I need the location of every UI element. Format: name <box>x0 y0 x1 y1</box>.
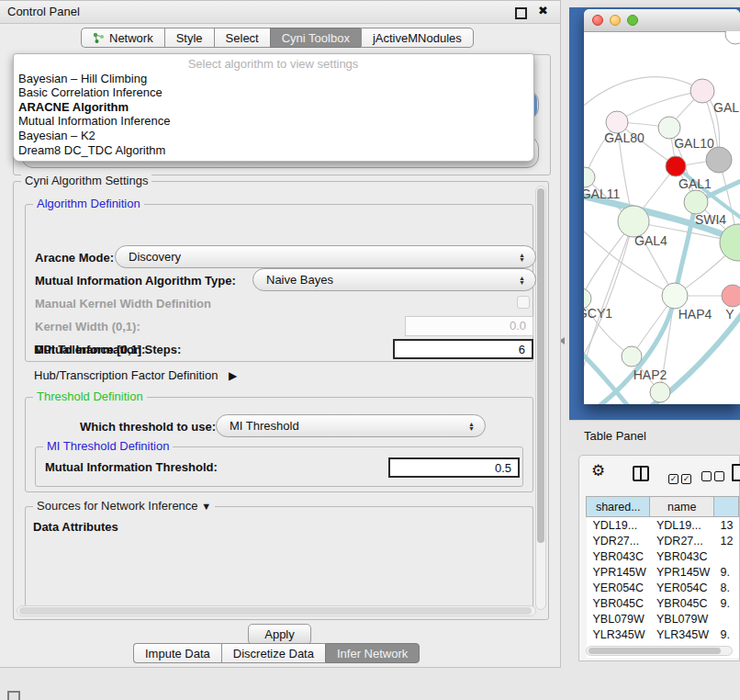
minimized-grip-box[interactable] <box>7 691 20 700</box>
table-cell[interactable]: YLR345W <box>587 627 650 642</box>
table-cell[interactable]: 12 <box>713 533 738 548</box>
network-window-titlebar[interactable] <box>584 9 740 32</box>
aracne-mode-combo[interactable]: Discovery ▲▼ <box>115 245 536 268</box>
network-node[interactable] <box>720 224 740 261</box>
tab-label: jActiveMNodules <box>373 31 462 45</box>
network-node[interactable] <box>584 167 595 187</box>
table-row[interactable]: YBR043CYBR043C <box>587 548 739 564</box>
column-header[interactable]: name <box>650 497 713 517</box>
manual-kernel-checkbox[interactable] <box>517 296 530 309</box>
table-cell[interactable]: YBL079W <box>587 611 650 627</box>
network-node[interactable] <box>662 283 688 309</box>
tab-style[interactable]: Style <box>164 28 214 48</box>
table-cell[interactable]: YDL19... <box>587 517 650 534</box>
minimize-traffic-light-icon[interactable] <box>610 15 621 26</box>
scrollbar-thumb[interactable] <box>537 188 544 543</box>
table-row[interactable]: YBL079WYBL079W <box>587 611 739 627</box>
tab-jactivemnodules[interactable]: jActiveMNodules <box>361 28 474 48</box>
mi-type-combo[interactable]: Naive Bayes ▲▼ <box>252 268 536 291</box>
table-cell[interactable]: YDR27... <box>650 533 713 548</box>
table-cell[interactable]: YDL19... <box>650 517 713 534</box>
sources-title: Sources for Network Inference <box>37 499 198 513</box>
mi-steps-field[interactable]: 6 <box>393 339 533 359</box>
table-cell[interactable]: 9. <box>713 627 738 642</box>
table-cell[interactable]: YDR27... <box>587 533 650 548</box>
expander-collapsed-icon[interactable]: ▶ <box>229 369 237 382</box>
which-threshold-combo[interactable]: MI Threshold ▲▼ <box>216 414 486 437</box>
tab-select[interactable]: Select <box>214 28 270 48</box>
expander-expanded-icon[interactable]: ▼ <box>201 501 211 512</box>
close-icon[interactable]: ✖ <box>538 4 548 17</box>
table-cell[interactable]: YLR345W <box>650 627 713 642</box>
table-cell[interactable]: 13 <box>713 517 738 534</box>
settings-vertical-scrollbar[interactable] <box>535 186 546 610</box>
table-row[interactable]: YLR345WYLR345W9. <box>587 627 739 642</box>
node-label: GAL4 <box>634 233 667 248</box>
split-column-icon[interactable] <box>633 466 649 481</box>
table-row[interactable]: YDL19...YDL19...13 <box>587 517 739 534</box>
network-node[interactable] <box>622 346 642 367</box>
tab-network[interactable]: Network <box>81 28 164 48</box>
network-node[interactable] <box>725 31 740 44</box>
algorithm-option[interactable]: Mutual Information Inference <box>14 114 533 129</box>
table-cell[interactable]: 9. <box>713 564 738 580</box>
network-node[interactable] <box>690 79 714 103</box>
table-cell[interactable]: YPR145W <box>587 564 650 580</box>
mi-type-label: Mutual Information Algorithm Type: <box>35 274 236 288</box>
hub-definition-expander[interactable]: Hub/Transcription Factor Definition ▶ <box>34 368 237 382</box>
table-horizontal-scrollbar[interactable] <box>586 646 733 656</box>
table-row[interactable]: YER054CYER054C8. <box>587 580 739 595</box>
column-header[interactable]: shared... <box>587 497 650 517</box>
page-icon[interactable] <box>732 464 740 481</box>
scrollbar-thumb[interactable] <box>589 648 721 654</box>
table-row[interactable]: YBR045CYBR045C9. <box>587 595 739 611</box>
tab-label: Network <box>109 31 153 45</box>
table-cell[interactable]: YBL079W <box>650 611 713 627</box>
table-cell[interactable] <box>713 548 738 564</box>
zoom-traffic-light-icon[interactable] <box>627 15 638 26</box>
network-node[interactable] <box>618 206 649 237</box>
table-cell[interactable]: 9. <box>713 595 738 611</box>
network-canvas[interactable]: GALGAL80GAL10GAL1GAL11SWI4GAL4GCY1HAP4YH… <box>584 31 740 404</box>
network-node[interactable] <box>684 190 708 214</box>
algorithm-option[interactable]: ARACNE Algorithm <box>14 100 533 115</box>
mi-threshold-field[interactable]: 0.5 <box>388 457 520 478</box>
network-node[interactable] <box>666 156 686 176</box>
checked-pair-icon[interactable]: ✓✓ <box>668 469 691 485</box>
tab-impute-data[interactable]: Impute Data <box>133 643 221 663</box>
table-cell[interactable]: YBR045C <box>587 595 650 611</box>
tab-cyni-toolbox[interactable]: Cyni Toolbox <box>270 28 361 48</box>
tab-discretize-data[interactable]: Discretize Data <box>221 643 325 663</box>
close-traffic-light-icon[interactable] <box>592 15 603 26</box>
scrollbar-thumb[interactable] <box>19 607 532 615</box>
table-cell[interactable]: YER054C <box>587 580 650 595</box>
network-edge[interactable] <box>617 91 702 122</box>
table-cell[interactable]: YER054C <box>650 580 713 595</box>
network-node[interactable] <box>706 147 732 173</box>
control-panel-titlebar[interactable]: Control Panel ✖ <box>0 1 560 24</box>
column-header[interactable] <box>713 497 738 517</box>
table-cell[interactable]: YBR043C <box>587 548 650 564</box>
algorithm-option[interactable]: Basic Correlation Inference <box>14 85 533 100</box>
network-node[interactable] <box>722 285 740 307</box>
network-node[interactable] <box>650 382 670 402</box>
tab-infer-network[interactable]: Infer Network <box>325 643 420 663</box>
table-cell[interactable]: YBR043C <box>650 548 713 564</box>
table-cell[interactable]: YPR145W <box>650 564 713 580</box>
cyni-algorithm-settings-group: Cyni Algorithm Settings Algorithm Defini… <box>13 181 549 620</box>
table-cell[interactable]: 8. <box>713 580 738 595</box>
table-row[interactable]: YDR27...YDR27...12 <box>587 533 739 548</box>
algorithm-option[interactable]: Dream8 DC_TDC Algorithm <box>14 143 533 158</box>
algorithm-option[interactable]: Bayesian – Hill Climbing <box>14 72 533 86</box>
unchecked-pair-icon[interactable] <box>701 469 724 485</box>
float-window-icon[interactable] <box>515 7 527 19</box>
apply-button[interactable]: Apply <box>248 624 311 645</box>
table-cell[interactable] <box>713 611 738 627</box>
table-row[interactable]: YPR145WYPR145W9. <box>587 564 739 580</box>
gear-icon[interactable]: ⚙ <box>591 463 605 479</box>
network-edge[interactable] <box>584 77 702 109</box>
algorithm-option[interactable]: Bayesian – K2 <box>14 129 533 143</box>
settings-horizontal-scrollbar[interactable] <box>17 605 536 616</box>
table-cell[interactable]: YBR045C <box>650 595 713 611</box>
kernel-width-field[interactable]: 0.0 <box>405 316 533 336</box>
